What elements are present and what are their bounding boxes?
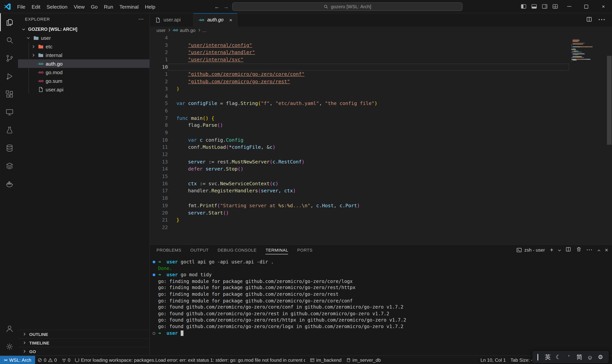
- code-line[interactable]: 16 ctx := svc.NewServiceContext(c): [150, 180, 569, 187]
- code-line[interactable]: 4: [150, 34, 569, 42]
- code-line[interactable]: 2 "user/internal/handler": [150, 49, 569, 56]
- command-center-search[interactable]: gozero [WSL: Arch]: [232, 2, 463, 11]
- code-line[interactable]: 8 flag.Parse(): [150, 122, 569, 129]
- toggle-panel-button[interactable]: [529, 0, 539, 13]
- customize-layout-button[interactable]: [550, 0, 560, 13]
- menu-file[interactable]: File: [14, 2, 28, 11]
- close-panel-button[interactable]: ×: [605, 247, 608, 253]
- ime-emoji-icon[interactable]: ☺: [585, 354, 595, 360]
- go-forward-button[interactable]: →: [223, 3, 229, 10]
- ime-settings-icon[interactable]: ⚙: [595, 353, 606, 361]
- close-tab-icon[interactable]: ×: [227, 17, 232, 23]
- sidebar-section-timeline[interactable]: TIMELINE: [18, 338, 149, 347]
- scrollbar-thumb[interactable]: [607, 56, 612, 145]
- remote-indicator[interactable]: >< WSL: Arch: [0, 356, 35, 364]
- workspace-error-message[interactable]: Error loading workspace: packages.Load e…: [73, 356, 308, 364]
- activitybar-docker[interactable]: [0, 175, 18, 193]
- activitybar-testing[interactable]: [0, 121, 18, 139]
- activitybar-search[interactable]: [0, 31, 18, 49]
- tree-item-go-mod[interactable]: -GOgo.mod: [18, 68, 149, 77]
- ports-indicator[interactable]: 0: [59, 356, 73, 364]
- ime-simplified-icon[interactable]: 简: [574, 353, 585, 361]
- code-line[interactable]: 12: [150, 151, 569, 158]
- breadcrumb-item[interactable]: -GOauth.go: [172, 27, 196, 33]
- breadcrumb-item[interactable]: user: [157, 27, 166, 33]
- command-decoration-done[interactable]: [153, 273, 155, 276]
- panel-tab-output[interactable]: OUTPUT: [190, 245, 209, 255]
- problems-indicator[interactable]: 0 0: [35, 356, 59, 364]
- activitybar-accounts[interactable]: [0, 319, 18, 338]
- activitybar-source-control[interactable]: [0, 49, 18, 67]
- code-line[interactable]: 18: [150, 195, 569, 202]
- code-line[interactable]: 1 "github.com/zeromicro/go-zero/core/con…: [150, 71, 569, 78]
- code-line[interactable]: 5var configFile = flag.String("f", "etc/…: [150, 100, 569, 107]
- code-line[interactable]: 10: [150, 64, 569, 71]
- code-line[interactable]: 11 conf.MustLoad(*configFile, &c): [150, 144, 569, 151]
- tree-item-go-sum[interactable]: -GOgo.sum: [18, 77, 149, 85]
- command-decoration-pending[interactable]: [153, 332, 155, 335]
- close-window-button[interactable]: ×: [595, 0, 612, 13]
- activitybar-settings[interactable]: [0, 338, 18, 355]
- new-terminal-button[interactable]: +: [550, 247, 554, 253]
- menu-terminal[interactable]: Terminal: [116, 2, 142, 11]
- activitybar-explorer[interactable]: [0, 13, 18, 31]
- code-line[interactable]: 13 server := rest.MustNewServer(c.RestCo…: [150, 158, 569, 166]
- sidebar-section-go[interactable]: GO: [18, 347, 149, 355]
- tree-item-internal[interactable]: internal: [18, 51, 149, 59]
- kill-terminal-button[interactable]: [576, 247, 582, 253]
- toggle-secondary-sidebar-button[interactable]: [539, 0, 550, 13]
- menu-edit[interactable]: Edit: [28, 2, 43, 11]
- code-line[interactable]: 19 fmt.Printf("Starting server at %s:%d.…: [150, 202, 569, 209]
- code-line[interactable]: 20 server.Start(): [150, 209, 569, 217]
- panel-tab-problems[interactable]: PROBLEMS: [157, 245, 181, 255]
- terminal-output[interactable]: ➜ user goctl api go -api user.api -dir .…: [150, 255, 612, 355]
- code-line[interactable]: 15: [150, 173, 569, 180]
- code-line[interactable]: 9: [150, 129, 569, 136]
- code-line[interactable]: 4: [150, 93, 569, 100]
- breadcrumb-item[interactable]: …: [202, 27, 207, 33]
- activitybar-database[interactable]: [0, 139, 18, 157]
- menu-selection[interactable]: Selection: [43, 2, 71, 11]
- menu-view[interactable]: View: [71, 2, 88, 11]
- ime-punctuation-icon[interactable]: ’: [564, 354, 574, 360]
- editor-scrollbar[interactable]: [606, 34, 612, 244]
- code-line[interactable]: 7func main() {: [150, 115, 569, 122]
- go-back-button[interactable]: ←: [214, 3, 220, 10]
- cursor-position[interactable]: Ln 10, Col 1: [478, 356, 508, 364]
- tree-item-etc[interactable]: etc: [18, 42, 149, 51]
- tree-item-auth-go[interactable]: -GOauth.go: [18, 59, 149, 68]
- editor-more-actions-icon[interactable]: ···: [599, 16, 606, 24]
- code-line[interactable]: 17 handler.RegisterHandlers(server, ctx): [150, 187, 569, 195]
- tree-root-gozero[interactable]: GOZERO [WSL: ARCH]: [18, 25, 149, 34]
- tree-item-user[interactable]: user: [18, 34, 149, 42]
- maximize-panel-icon[interactable]: [598, 250, 600, 252]
- code-line[interactable]: 21}: [150, 217, 569, 224]
- panel-tab-ports[interactable]: PORTS: [297, 245, 312, 255]
- ime-fullwidth-moon-icon[interactable]: ☾: [553, 353, 564, 361]
- activitybar-run-debug[interactable]: [0, 67, 18, 85]
- code-line[interactable]: 2 "github.com/zeromicro/go-zero/rest": [150, 78, 569, 85]
- minimize-button[interactable]: [560, 0, 578, 13]
- db-connection-backend[interactable]: im_backend: [308, 356, 344, 364]
- tree-item-user-api[interactable]: user.api: [18, 85, 149, 94]
- minimap[interactable]: [569, 34, 606, 244]
- menu-go[interactable]: Go: [88, 2, 101, 11]
- ime-language-icon[interactable]: 英: [543, 353, 553, 361]
- toggle-sidebar-button[interactable]: [518, 0, 529, 13]
- code-line[interactable]: 3): [150, 85, 569, 93]
- code-line[interactable]: 6: [150, 107, 569, 115]
- activitybar-remote-explorer[interactable]: [0, 103, 18, 121]
- menu-help[interactable]: Help: [142, 2, 158, 11]
- editor-tab-user-api[interactable]: user.api: [150, 13, 194, 26]
- terminal-instance-label[interactable]: zsh - user: [517, 247, 545, 253]
- panel-tab-debug-console[interactable]: DEBUG CONSOLE: [218, 245, 257, 255]
- command-decoration-done[interactable]: [153, 260, 155, 263]
- db-connection-server[interactable]: im_server_db: [344, 356, 383, 364]
- maximize-button[interactable]: [578, 0, 595, 13]
- explorer-more-actions-icon[interactable]: ···: [138, 17, 144, 21]
- menu-run[interactable]: Run: [101, 2, 116, 11]
- code-editor[interactable]: 43 "user/internal/config"2 "user/interna…: [150, 34, 612, 244]
- split-editor-button[interactable]: [586, 16, 592, 24]
- code-line[interactable]: 1 "user/internal/svc": [150, 56, 569, 64]
- sidebar-section-outline[interactable]: OUTLINE: [18, 330, 149, 338]
